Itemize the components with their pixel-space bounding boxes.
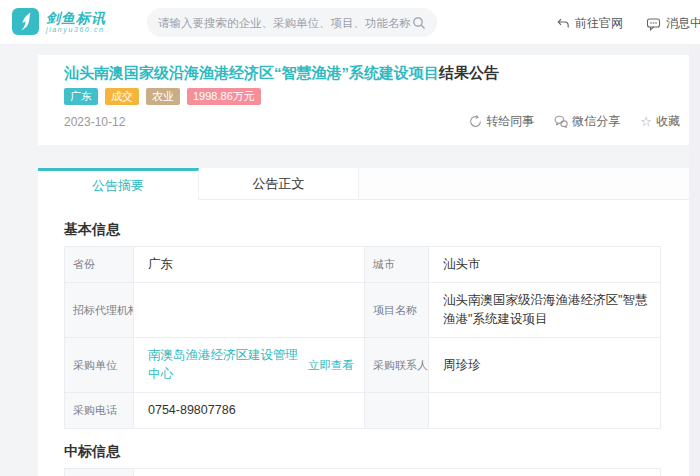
forward-label: 转给同事 — [486, 113, 534, 130]
project-name-label: 项目名称 — [365, 283, 429, 338]
search-icon[interactable] — [412, 16, 426, 30]
tag-status: 成交 — [105, 88, 139, 105]
agency-value — [134, 283, 365, 338]
tab-strip-filler — [359, 168, 700, 200]
notice-card: 汕头南澳国家级沿海渔港经济区“智慧渔港”系统建设项目结果公告 广东 成交 农业 … — [38, 55, 700, 145]
goto-official-link[interactable]: 前往官网 — [556, 15, 623, 32]
table-row: 省份 广东 城市 汕头市 — [65, 247, 661, 283]
wechat-share-action[interactable]: 微信分享 — [554, 113, 620, 130]
notice-title: 汕头南澳国家级沿海渔港经济区“智慧渔港”系统建设项目结果公告 — [64, 62, 680, 83]
search-input[interactable] — [158, 17, 412, 29]
notice-title-suffix: 结果公告 — [439, 64, 499, 81]
section-heading-basic: 基本信息 — [64, 221, 661, 239]
province-value: 广东 — [134, 247, 365, 283]
contact-label: 采购联系人 — [365, 338, 429, 393]
favorite-label: 收藏 — [656, 113, 680, 130]
tag-amount: 1998.86万元 — [187, 88, 261, 105]
city-label: 城市 — [365, 247, 429, 283]
table-row: 采购电话 0754-89807786 — [65, 393, 661, 429]
phone-label: 采购电话 — [65, 393, 134, 429]
province-label: 省份 — [65, 247, 134, 283]
contact-value: 周珍珍 — [429, 338, 661, 393]
wechat-share-label: 微信分享 — [572, 113, 620, 130]
buyer-label: 采购单位 — [65, 338, 134, 393]
empty-value-cell — [429, 393, 661, 429]
message-center-label: 消息中心 — [666, 15, 700, 32]
table-row: 采购单位 南澳岛渔港经济区建设管理中心 立即查看 采购联系人 周珍珍 — [65, 338, 661, 393]
tab-summary[interactable]: 公告摘要 — [38, 168, 199, 200]
favorite-action[interactable]: ☆ 收藏 — [640, 113, 680, 130]
goto-official-label: 前往官网 — [575, 15, 623, 32]
buyer-link[interactable]: 南澳岛渔港经济区建设管理中心 — [148, 346, 300, 384]
section-heading-award: 中标信息 — [64, 443, 661, 461]
table-row: 中标单位 浪潮软件科技有限公司 — [65, 469, 661, 476]
message-center-link[interactable]: 消息中心 — [646, 15, 700, 32]
tag-industry: 农业 — [146, 88, 180, 105]
basic-info-table: 省份 广东 城市 汕头市 招标代理机构 项目名称 汕头南澳国家级沿海渔港经济区"… — [64, 246, 661, 429]
detail-card: 公告摘要 公告正文 基本信息 省份 广东 城市 汕头市 招标代理机构 项目名称 … — [38, 168, 700, 476]
agency-label: 招标代理机构 — [65, 283, 134, 338]
table-row: 招标代理机构 项目名称 汕头南澳国家级沿海渔港经济区"智慧渔港"系统建设项目 — [65, 283, 661, 338]
winner-label: 中标单位 — [65, 469, 134, 476]
publish-date: 2023-10-12 — [64, 115, 125, 129]
tag-region: 广东 — [64, 88, 98, 105]
forward-icon — [469, 115, 482, 128]
star-icon: ☆ — [640, 115, 652, 128]
vertical-scrollbar[interactable] — [689, 45, 700, 476]
tag-list: 广东 成交 农业 1998.86万元 — [64, 88, 680, 105]
forward-action[interactable]: 转给同事 — [469, 113, 534, 130]
tab-fulltext[interactable]: 公告正文 — [199, 168, 359, 200]
empty-label-cell — [365, 393, 429, 429]
notice-actions: 转给同事 微信分享 ☆ 收藏 — [469, 113, 680, 130]
project-name-value: 汕头南澳国家级沿海渔港经济区"智慧渔港"系统建设项目 — [429, 283, 661, 338]
global-search — [147, 8, 437, 37]
city-value: 汕头市 — [429, 247, 661, 283]
phone-value: 0754-89807786 — [134, 393, 365, 429]
message-icon — [646, 17, 661, 31]
award-info-table: 中标单位 浪潮软件科技有限公司 中标金额(元) 19988600 — [64, 468, 661, 476]
fish-logo-icon — [12, 8, 39, 35]
brand-logo[interactable]: 剑鱼标讯 jianyu360.cn — [12, 8, 106, 35]
notice-title-highlight: 汕头南澳国家级沿海渔港经济区“智慧渔港”系统建设项目 — [64, 64, 439, 81]
return-icon — [556, 17, 570, 30]
wechat-icon — [554, 115, 568, 128]
tab-strip: 公告摘要 公告正文 — [38, 168, 700, 200]
brand-domain: jianyu360.cn — [46, 26, 106, 33]
brand-name: 剑鱼标讯 — [46, 11, 106, 26]
top-header: 剑鱼标讯 jianyu360.cn 前往官网 — [0, 0, 700, 44]
view-now-link[interactable]: 立即查看 — [308, 356, 354, 375]
